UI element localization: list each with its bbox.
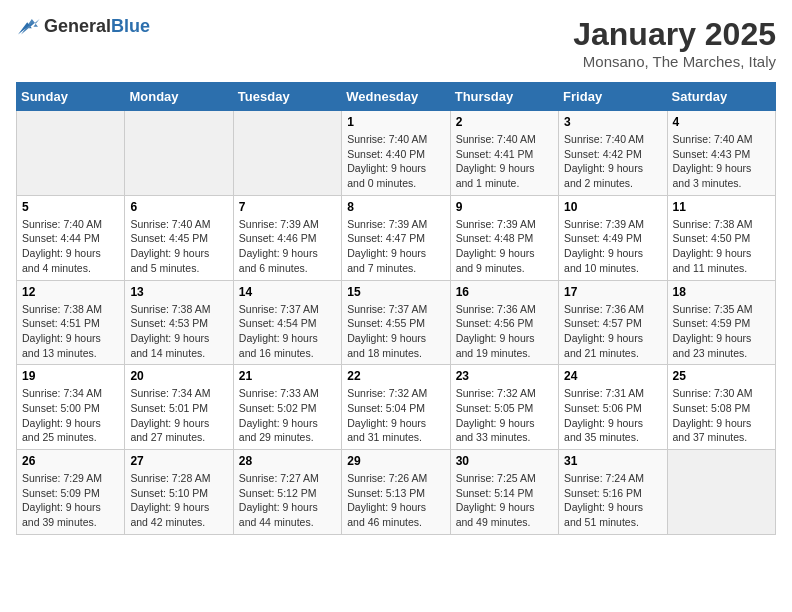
day-number: 18 [673, 285, 770, 299]
calendar-cell: 19Sunrise: 7:34 AM Sunset: 5:00 PM Dayli… [17, 365, 125, 450]
day-number: 3 [564, 115, 661, 129]
day-info: Sunrise: 7:40 AM Sunset: 4:43 PM Dayligh… [673, 132, 770, 191]
day-info: Sunrise: 7:31 AM Sunset: 5:06 PM Dayligh… [564, 386, 661, 445]
title-area: January 2025 Monsano, The Marches, Italy [573, 16, 776, 70]
logo-general: GeneralBlue [44, 17, 150, 36]
day-info: Sunrise: 7:28 AM Sunset: 5:10 PM Dayligh… [130, 471, 227, 530]
day-info: Sunrise: 7:38 AM Sunset: 4:50 PM Dayligh… [673, 217, 770, 276]
day-number: 5 [22, 200, 119, 214]
logo-icon [16, 16, 40, 36]
calendar-cell [233, 111, 341, 196]
calendar-cell: 4Sunrise: 7:40 AM Sunset: 4:43 PM Daylig… [667, 111, 775, 196]
weekday-header-sunday: Sunday [17, 83, 125, 111]
calendar-cell [667, 450, 775, 535]
day-number: 23 [456, 369, 553, 383]
day-number: 4 [673, 115, 770, 129]
calendar-cell: 27Sunrise: 7:28 AM Sunset: 5:10 PM Dayli… [125, 450, 233, 535]
calendar-cell [17, 111, 125, 196]
day-info: Sunrise: 7:25 AM Sunset: 5:14 PM Dayligh… [456, 471, 553, 530]
calendar-cell: 22Sunrise: 7:32 AM Sunset: 5:04 PM Dayli… [342, 365, 450, 450]
location-title: Monsano, The Marches, Italy [573, 53, 776, 70]
day-info: Sunrise: 7:37 AM Sunset: 4:55 PM Dayligh… [347, 302, 444, 361]
day-number: 31 [564, 454, 661, 468]
day-info: Sunrise: 7:38 AM Sunset: 4:53 PM Dayligh… [130, 302, 227, 361]
day-info: Sunrise: 7:40 AM Sunset: 4:44 PM Dayligh… [22, 217, 119, 276]
weekday-header-wednesday: Wednesday [342, 83, 450, 111]
day-info: Sunrise: 7:40 AM Sunset: 4:41 PM Dayligh… [456, 132, 553, 191]
day-info: Sunrise: 7:40 AM Sunset: 4:42 PM Dayligh… [564, 132, 661, 191]
weekday-header-monday: Monday [125, 83, 233, 111]
day-number: 9 [456, 200, 553, 214]
calendar-cell: 20Sunrise: 7:34 AM Sunset: 5:01 PM Dayli… [125, 365, 233, 450]
calendar-cell: 18Sunrise: 7:35 AM Sunset: 4:59 PM Dayli… [667, 280, 775, 365]
calendar-cell: 12Sunrise: 7:38 AM Sunset: 4:51 PM Dayli… [17, 280, 125, 365]
day-number: 26 [22, 454, 119, 468]
calendar-cell: 10Sunrise: 7:39 AM Sunset: 4:49 PM Dayli… [559, 195, 667, 280]
calendar-cell: 15Sunrise: 7:37 AM Sunset: 4:55 PM Dayli… [342, 280, 450, 365]
calendar-cell: 2Sunrise: 7:40 AM Sunset: 4:41 PM Daylig… [450, 111, 558, 196]
calendar-cell: 25Sunrise: 7:30 AM Sunset: 5:08 PM Dayli… [667, 365, 775, 450]
calendar-cell [125, 111, 233, 196]
day-info: Sunrise: 7:40 AM Sunset: 4:40 PM Dayligh… [347, 132, 444, 191]
day-info: Sunrise: 7:39 AM Sunset: 4:48 PM Dayligh… [456, 217, 553, 276]
day-info: Sunrise: 7:32 AM Sunset: 5:04 PM Dayligh… [347, 386, 444, 445]
calendar-cell: 26Sunrise: 7:29 AM Sunset: 5:09 PM Dayli… [17, 450, 125, 535]
day-number: 2 [456, 115, 553, 129]
day-info: Sunrise: 7:37 AM Sunset: 4:54 PM Dayligh… [239, 302, 336, 361]
calendar-cell: 24Sunrise: 7:31 AM Sunset: 5:06 PM Dayli… [559, 365, 667, 450]
day-number: 11 [673, 200, 770, 214]
weekday-header-tuesday: Tuesday [233, 83, 341, 111]
weekday-header-row: SundayMondayTuesdayWednesdayThursdayFrid… [17, 83, 776, 111]
calendar-cell: 31Sunrise: 7:24 AM Sunset: 5:16 PM Dayli… [559, 450, 667, 535]
day-number: 6 [130, 200, 227, 214]
day-number: 14 [239, 285, 336, 299]
calendar-cell: 29Sunrise: 7:26 AM Sunset: 5:13 PM Dayli… [342, 450, 450, 535]
calendar-cell: 21Sunrise: 7:33 AM Sunset: 5:02 PM Dayli… [233, 365, 341, 450]
day-info: Sunrise: 7:33 AM Sunset: 5:02 PM Dayligh… [239, 386, 336, 445]
week-row-3: 12Sunrise: 7:38 AM Sunset: 4:51 PM Dayli… [17, 280, 776, 365]
day-number: 13 [130, 285, 227, 299]
calendar-cell: 1Sunrise: 7:40 AM Sunset: 4:40 PM Daylig… [342, 111, 450, 196]
weekday-header-saturday: Saturday [667, 83, 775, 111]
calendar-cell: 30Sunrise: 7:25 AM Sunset: 5:14 PM Dayli… [450, 450, 558, 535]
day-info: Sunrise: 7:39 AM Sunset: 4:49 PM Dayligh… [564, 217, 661, 276]
day-number: 12 [22, 285, 119, 299]
day-number: 30 [456, 454, 553, 468]
week-row-4: 19Sunrise: 7:34 AM Sunset: 5:00 PM Dayli… [17, 365, 776, 450]
day-info: Sunrise: 7:35 AM Sunset: 4:59 PM Dayligh… [673, 302, 770, 361]
calendar-cell: 13Sunrise: 7:38 AM Sunset: 4:53 PM Dayli… [125, 280, 233, 365]
calendar-table: SundayMondayTuesdayWednesdayThursdayFrid… [16, 82, 776, 535]
day-info: Sunrise: 7:27 AM Sunset: 5:12 PM Dayligh… [239, 471, 336, 530]
logo: GeneralBlue [16, 16, 150, 36]
day-info: Sunrise: 7:39 AM Sunset: 4:47 PM Dayligh… [347, 217, 444, 276]
day-number: 15 [347, 285, 444, 299]
day-number: 20 [130, 369, 227, 383]
day-info: Sunrise: 7:26 AM Sunset: 5:13 PM Dayligh… [347, 471, 444, 530]
calendar-cell: 17Sunrise: 7:36 AM Sunset: 4:57 PM Dayli… [559, 280, 667, 365]
day-number: 25 [673, 369, 770, 383]
calendar-cell: 8Sunrise: 7:39 AM Sunset: 4:47 PM Daylig… [342, 195, 450, 280]
calendar-cell: 3Sunrise: 7:40 AM Sunset: 4:42 PM Daylig… [559, 111, 667, 196]
day-info: Sunrise: 7:36 AM Sunset: 4:56 PM Dayligh… [456, 302, 553, 361]
calendar-cell: 6Sunrise: 7:40 AM Sunset: 4:45 PM Daylig… [125, 195, 233, 280]
week-row-5: 26Sunrise: 7:29 AM Sunset: 5:09 PM Dayli… [17, 450, 776, 535]
day-info: Sunrise: 7:34 AM Sunset: 5:00 PM Dayligh… [22, 386, 119, 445]
calendar-cell: 23Sunrise: 7:32 AM Sunset: 5:05 PM Dayli… [450, 365, 558, 450]
weekday-header-friday: Friday [559, 83, 667, 111]
day-number: 29 [347, 454, 444, 468]
day-info: Sunrise: 7:36 AM Sunset: 4:57 PM Dayligh… [564, 302, 661, 361]
week-row-2: 5Sunrise: 7:40 AM Sunset: 4:44 PM Daylig… [17, 195, 776, 280]
day-info: Sunrise: 7:34 AM Sunset: 5:01 PM Dayligh… [130, 386, 227, 445]
day-number: 16 [456, 285, 553, 299]
day-info: Sunrise: 7:30 AM Sunset: 5:08 PM Dayligh… [673, 386, 770, 445]
day-info: Sunrise: 7:24 AM Sunset: 5:16 PM Dayligh… [564, 471, 661, 530]
day-number: 28 [239, 454, 336, 468]
day-number: 22 [347, 369, 444, 383]
day-info: Sunrise: 7:40 AM Sunset: 4:45 PM Dayligh… [130, 217, 227, 276]
day-number: 10 [564, 200, 661, 214]
day-number: 7 [239, 200, 336, 214]
day-info: Sunrise: 7:29 AM Sunset: 5:09 PM Dayligh… [22, 471, 119, 530]
day-number: 21 [239, 369, 336, 383]
calendar-cell: 16Sunrise: 7:36 AM Sunset: 4:56 PM Dayli… [450, 280, 558, 365]
calendar-cell: 9Sunrise: 7:39 AM Sunset: 4:48 PM Daylig… [450, 195, 558, 280]
